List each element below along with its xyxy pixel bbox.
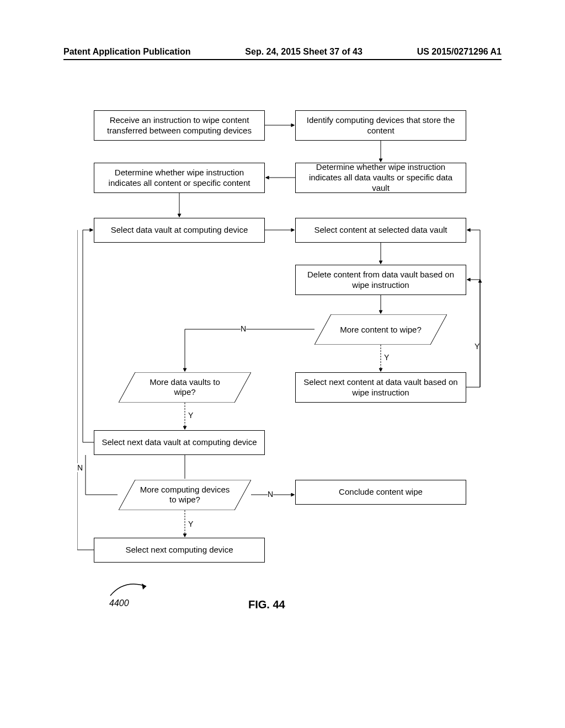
label-y-d3: Y [188, 520, 193, 528]
node-select-next-content: Select next content at data vault based … [295, 372, 466, 403]
decision-more-vaults: More data vaults to wipe? [119, 372, 251, 403]
node-text: Select next content at data vault based … [301, 377, 460, 398]
node-text: Select next data vault at computing devi… [102, 437, 257, 448]
header-mid: Sep. 24, 2015 Sheet 37 of 43 [245, 47, 363, 57]
svg-marker-18 [142, 584, 146, 590]
node-select-content: Select content at selected data vault [295, 218, 466, 243]
decision-text: More computing devices to wipe? [138, 485, 231, 506]
node-determine-content: Determine whether wipe instruction indic… [94, 163, 265, 193]
label-y-d1: Y [384, 353, 389, 362]
node-receive-instruction: Receive an instruction to wipe content t… [94, 110, 265, 141]
ref-number: 4400 [109, 598, 129, 608]
node-select-next-device: Select next computing device [94, 538, 265, 563]
node-text: Delete content from data vault based on … [301, 270, 460, 291]
node-select-next-vault: Select next data vault at computing devi… [94, 430, 265, 455]
page-header: Patent Application Publication Sep. 24, … [63, 47, 502, 60]
header-right: US 2015/0271296 A1 [417, 47, 502, 57]
figure-label: FIG. 44 [248, 598, 285, 611]
decision-more-devices: More computing devices to wipe? [119, 480, 251, 510]
decision-text: More content to wipe? [334, 324, 427, 335]
node-text: Determine whether wipe instruction indic… [301, 162, 460, 193]
label-y-right: Y [475, 342, 479, 351]
node-select-vault: Select data vault at computing device [94, 218, 265, 243]
decision-text: More data vaults to wipe? [138, 377, 231, 398]
label-n-d3: N [268, 490, 273, 499]
label-n-left: N [77, 463, 83, 472]
label-n-d1: N [241, 324, 246, 333]
node-delete-content: Delete content from data vault based on … [295, 265, 466, 295]
node-text: Receive an instruction to wipe content t… [100, 115, 259, 136]
node-text: Select next computing device [125, 545, 233, 555]
decision-more-content: More content to wipe? [315, 314, 447, 345]
node-text: Determine whether wipe instruction indic… [100, 168, 259, 189]
node-text: Conclude content wipe [339, 487, 423, 497]
node-text: Select data vault at computing device [111, 225, 248, 235]
node-text: Select content at selected data vault [315, 225, 447, 235]
node-text: Identify computing devices that store th… [301, 115, 460, 136]
ref-curve [108, 582, 152, 598]
flowchart: Receive an instruction to wipe content t… [77, 110, 486, 656]
node-conclude-wipe: Conclude content wipe [295, 480, 466, 505]
node-determine-vaults: Determine whether wipe instruction indic… [295, 163, 466, 193]
header-left: Patent Application Publication [63, 47, 191, 57]
node-identify-devices: Identify computing devices that store th… [295, 110, 466, 141]
label-y-d2: Y [188, 411, 193, 420]
